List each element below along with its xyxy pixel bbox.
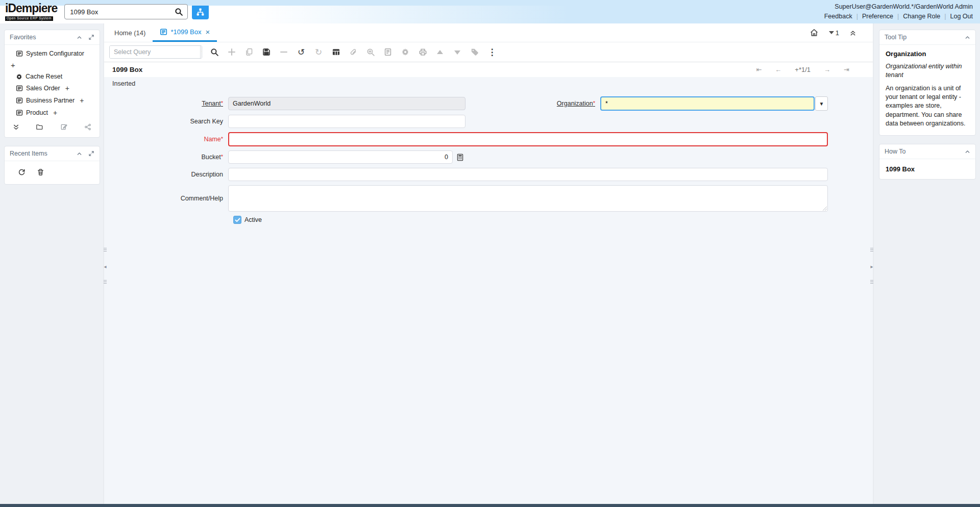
window-icon [16, 97, 23, 104]
more-options-button[interactable]: ⋮ [487, 46, 497, 58]
first-record-icon[interactable]: ⇤ [756, 66, 762, 73]
window-title: 1099 Box [112, 66, 142, 73]
refresh-button[interactable]: ↻ [313, 46, 324, 58]
home-icon[interactable] [810, 28, 819, 37]
favorite-item-system-configurator[interactable]: System Configurator [5, 48, 100, 59]
right-splitter-collapse-icon[interactable]: ▸ [870, 264, 874, 269]
copy-record-button[interactable] [244, 46, 254, 58]
left-splitter-collapse-icon[interactable]: ◂ [103, 264, 107, 269]
new-record-shortcut[interactable]: + [65, 84, 69, 92]
label-tag-button[interactable] [470, 46, 480, 58]
detail-record-down-icon[interactable] [452, 46, 462, 58]
tab-1099-box[interactable]: *1099 Box × [153, 23, 217, 42]
left-splitter-grip[interactable] [103, 280, 107, 285]
description-field[interactable] [228, 168, 828, 181]
previous-record-icon[interactable]: ← [775, 66, 781, 73]
collapse-panel-icon[interactable] [77, 151, 82, 156]
select-query-combobox[interactable]: ▼ [109, 45, 202, 59]
search-icon[interactable] [175, 8, 183, 16]
collapse-panel-icon[interactable] [77, 35, 82, 39]
bucket-label: Bucket* [104, 154, 228, 161]
description-label: Description [104, 171, 228, 178]
recent-items-title: Recent Items [10, 150, 47, 157]
logout-link[interactable]: Log Out [950, 12, 973, 21]
select-query-input[interactable] [110, 46, 200, 58]
preference-link[interactable]: Preference [862, 12, 893, 21]
collapse-panel-icon[interactable] [965, 149, 970, 154]
global-search[interactable] [64, 4, 188, 19]
open-windows-selector[interactable]: 1 [829, 29, 839, 37]
expand-panel-icon[interactable] [88, 34, 94, 40]
folder-icon[interactable] [36, 123, 43, 131]
favorite-item-product[interactable]: Product + [5, 107, 100, 119]
collapse-panel-icon[interactable] [965, 35, 970, 39]
delete-record-button[interactable] [279, 46, 289, 58]
user-info: SuperUser@GardenWorld.*/GardenWorld Admi… [824, 2, 973, 12]
change-role-link[interactable]: Change Role [903, 12, 940, 21]
close-tab-icon[interactable]: × [205, 28, 210, 36]
caret-down-icon[interactable]: ▼ [200, 46, 202, 58]
comment-help-label: Comment/Help [104, 195, 228, 202]
new-record-shortcut[interactable]: + [80, 96, 84, 105]
tab-home[interactable]: Home (14) [107, 23, 153, 42]
add-favorite-button[interactable]: + [5, 59, 100, 71]
favorite-item-label: Sales Order [26, 85, 60, 92]
right-splitter-grip[interactable] [870, 248, 874, 252]
undo-button[interactable]: ↺ [296, 46, 306, 58]
organization-field[interactable] [600, 96, 815, 111]
favorite-item-label: Cache Reset [26, 73, 62, 80]
collapse-header-icon[interactable] [849, 30, 856, 36]
save-button[interactable] [261, 46, 272, 58]
print-button[interactable] [418, 46, 428, 58]
name-field[interactable] [228, 132, 828, 146]
favorite-item-cache-reset[interactable]: Cache Reset [5, 71, 100, 82]
menu-lookup-button[interactable] [192, 4, 209, 19]
tooltip-field-description: Organizational entity within tenant [886, 62, 969, 80]
tenant-label: Tenant* [104, 100, 228, 107]
calculator-button[interactable] [456, 154, 464, 161]
attachment-icon[interactable] [348, 46, 358, 58]
app-header: iDempiere Open Source ERP System SuperUs… [0, 0, 980, 23]
new-record-button[interactable] [227, 46, 237, 58]
tooltip-field-name: Organization [886, 50, 969, 58]
edit-favorites-icon[interactable] [60, 123, 68, 131]
parent-record-up-icon[interactable] [435, 46, 445, 58]
favorite-item-sales-order[interactable]: Sales Order + [5, 82, 100, 94]
grid-toggle-button[interactable] [331, 46, 341, 58]
expand-panel-icon[interactable] [88, 150, 94, 157]
detail-pane: Inserted Tenant* Organization* ▼ Search … [104, 77, 873, 504]
active-label: Active [244, 216, 262, 223]
tab-label: *1099 Box [170, 28, 201, 36]
next-record-icon[interactable]: → [824, 66, 830, 73]
active-checkbox[interactable] [233, 216, 241, 224]
comment-help-field[interactable] [228, 185, 828, 212]
tooltip-panel-title: Tool Tip [885, 34, 906, 41]
last-record-icon[interactable]: ⇥ [844, 66, 849, 73]
window-toolbar: ▼ ↺ ↻ ⋮ [104, 42, 873, 62]
new-record-shortcut[interactable]: + [53, 109, 57, 117]
zoom-across-button[interactable] [365, 46, 376, 58]
feedback-link[interactable]: Feedback [824, 12, 852, 21]
left-splitter-grip[interactable] [103, 248, 107, 252]
find-record-button[interactable] [209, 46, 219, 58]
search-key-field[interactable] [228, 115, 465, 128]
tooltip-field-help: An organization is a unit of your tenant… [886, 84, 969, 128]
collapse-all-icon[interactable] [13, 124, 19, 131]
window-icon [16, 85, 23, 92]
bucket-field[interactable] [228, 150, 453, 164]
window-icon [16, 109, 23, 116]
organization-dropdown-button[interactable]: ▼ [815, 96, 828, 111]
tenant-field[interactable] [228, 97, 465, 110]
name-label: Name* [104, 136, 228, 143]
process-gear-button[interactable] [400, 46, 410, 58]
open-windows-count: 1 [836, 29, 839, 37]
trash-icon[interactable] [37, 168, 44, 176]
search-key-label: Search Key [104, 118, 228, 125]
refresh-icon[interactable] [18, 168, 26, 176]
report-button[interactable] [383, 46, 393, 58]
global-search-input[interactable] [70, 8, 175, 16]
favorite-item-label: Product [26, 109, 48, 116]
favorite-item-business-partner[interactable]: Business Partner + [5, 94, 100, 107]
right-splitter-grip[interactable] [870, 280, 874, 285]
share-icon[interactable] [84, 123, 91, 131]
